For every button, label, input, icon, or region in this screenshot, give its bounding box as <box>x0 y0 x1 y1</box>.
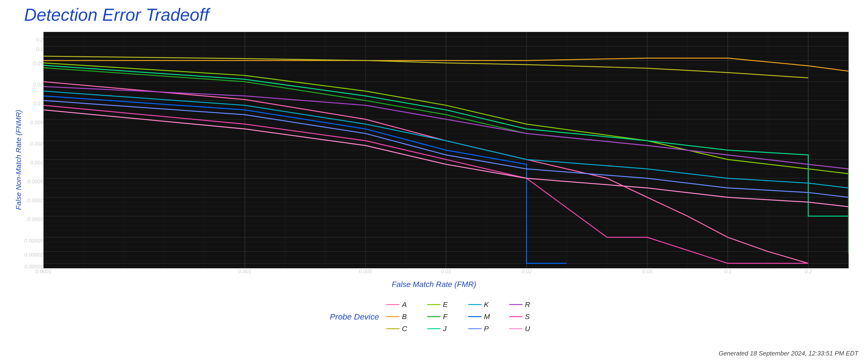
timestamp: Generated 18 September 2024, 12:33:51 PM… <box>718 350 858 357</box>
y-tick-00005: 0.0005 <box>27 178 43 185</box>
page: Detection Error Tradeoff False Non-Match… <box>0 0 868 362</box>
y-tick-02: 0.2 <box>36 37 43 43</box>
legend-line-F <box>427 316 440 317</box>
y-tick-0001: 0.001 <box>30 160 43 166</box>
legend-text-B: B <box>402 312 407 321</box>
y-tick-00002: 0.0002 <box>27 197 43 204</box>
chart-area <box>43 32 849 268</box>
legend-text-U: U <box>525 325 530 333</box>
y-tick-005: 0.05 <box>33 60 43 66</box>
legend-item-J: J <box>427 325 456 333</box>
legend-text-C: C <box>402 325 407 333</box>
y-tick-000002: 0.00002 <box>24 252 43 258</box>
legend-line-K <box>468 304 482 305</box>
legend-item-U: U <box>509 325 538 333</box>
y-tick-002: 0.02 <box>33 82 43 88</box>
legend-line-U <box>509 328 523 329</box>
y-tick-001: 0.01 <box>33 101 43 107</box>
chart-title: Detection Error Tradeoff <box>24 5 858 25</box>
legend-line-A <box>386 304 400 305</box>
legend-line-C <box>386 328 400 329</box>
legend-item-F: F <box>427 312 456 321</box>
legend-line-E <box>427 304 440 305</box>
legend-item-C: C <box>386 325 415 333</box>
x-tick-0001: 0.001 <box>238 268 251 275</box>
x-axis-label: False Match Rate (FMR) <box>392 280 476 289</box>
y-axis-ticks: 0.2 0.1 0.05 0.02 0.01 0.005 0.002 0.001… <box>23 32 43 268</box>
legend-item-B: B <box>386 312 415 321</box>
x-tick-0005: 0.005 <box>359 268 372 275</box>
legend-item-M: M <box>468 312 497 321</box>
legend-text-J: J <box>443 325 446 333</box>
legend-text-A: A <box>402 301 407 309</box>
legend-line-P <box>468 328 482 329</box>
chart-svg <box>44 32 848 268</box>
x-tick-01: 0.1 <box>724 268 732 275</box>
y-axis-label: False Non-Match Rate (FNMR) <box>14 110 23 210</box>
legend-text-E: E <box>443 301 448 309</box>
x-tick-001: 0.01 <box>441 268 452 275</box>
x-tick-005: 0.05 <box>642 268 653 275</box>
legend-text-F: F <box>443 312 447 321</box>
y-tick-01: 0.1 <box>36 46 43 52</box>
x-tick-02: 0.2 <box>805 268 812 275</box>
y-tick-00001: 0.0001 <box>27 216 43 223</box>
legend-line-S <box>509 316 523 317</box>
legend-item-S: S <box>509 312 538 321</box>
x-tick-002: 0.02 <box>522 268 532 275</box>
y-tick-0005: 0.005 <box>30 119 43 126</box>
legend-container: Probe Device A E K R B <box>10 300 858 334</box>
legend-text-M: M <box>484 312 490 321</box>
legend-text-S: S <box>525 312 530 321</box>
x-axis-ticks: 0.0001 0.001 0.005 0.01 0.02 0.05 0.1 0.… <box>43 268 849 278</box>
legend-item-P: P <box>468 325 497 333</box>
y-tick-0002: 0.002 <box>30 141 43 147</box>
legend-item-E: E <box>427 301 456 309</box>
legend-item-A: A <box>386 301 415 309</box>
legend-line-J <box>427 328 440 329</box>
legend-line-R <box>509 304 523 305</box>
legend-text-R: R <box>525 301 530 309</box>
y-tick-000005: 0.00005 <box>24 238 43 244</box>
chart-container: False Non-Match Rate (FNMR) 0.2 0.1 0.05… <box>14 27 854 293</box>
legend-text-K: K <box>484 301 489 309</box>
legend-line-B <box>386 316 400 317</box>
legend-label: Probe Device <box>330 312 379 322</box>
legend-line-M <box>468 316 482 317</box>
legend-item-K: K <box>468 301 497 309</box>
legend-text-P: P <box>484 325 489 333</box>
legend-item-R: R <box>509 301 538 309</box>
legend-grid: A E K R B F <box>386 300 538 334</box>
x-tick-00001: 0.0001 <box>35 268 51 275</box>
